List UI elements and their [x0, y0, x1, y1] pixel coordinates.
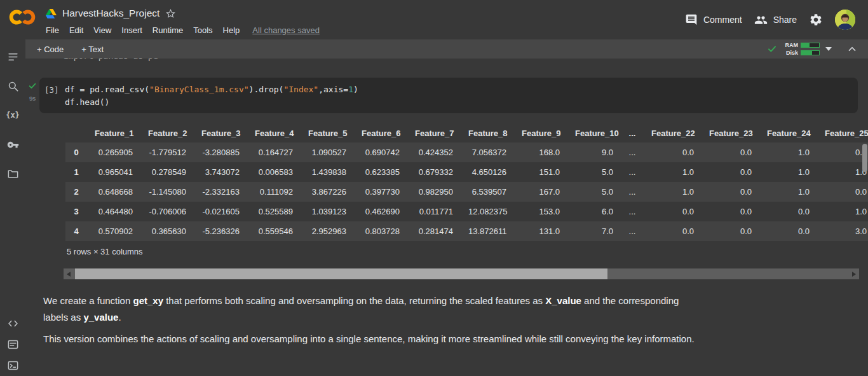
- markdown-cell: We create a function get_xy that perform…: [43, 293, 704, 347]
- disk-label: Disk: [783, 50, 798, 56]
- scroll-left-arrow[interactable]: [64, 268, 74, 279]
- table-cell: 1.0: [759, 143, 817, 162]
- collapse-header-button[interactable]: [846, 43, 858, 55]
- table-cell: ...: [621, 182, 644, 202]
- table-cell: 167.0: [514, 182, 567, 202]
- variables-icon[interactable]: {x}: [6, 109, 19, 122]
- column-header: Feature_2: [140, 123, 194, 143]
- notebook-scroll-area[interactable]: import pandas as pd 9s [3] df = pd.read_…: [25, 59, 868, 376]
- table-cell: 0.365630: [140, 221, 194, 241]
- horizontal-scrollbar[interactable]: [64, 268, 859, 279]
- column-header: ...: [621, 123, 644, 143]
- search-icon[interactable]: [6, 80, 19, 92]
- table-cell: 0.281474: [407, 221, 461, 241]
- table-cell: 1.0: [817, 162, 868, 182]
- column-header: Feature_5: [301, 123, 354, 143]
- command-palette-icon[interactable]: [6, 338, 19, 351]
- files-folder-icon[interactable]: [6, 167, 19, 180]
- code-line[interactable]: df.head(): [65, 96, 851, 109]
- menu-bar: FileEditViewInsertRuntimeToolsHelpAll ch…: [41, 22, 320, 38]
- column-header: Feature_6: [354, 123, 407, 143]
- column-header: Feature_25: [817, 123, 868, 143]
- table-cell: 0.0: [644, 143, 702, 162]
- chevron-up-icon: [846, 43, 858, 55]
- sidebar-bottom-group: [0, 317, 25, 376]
- table-row: 40.5709020.365630-5.2363260.5595462.9529…: [65, 221, 868, 241]
- table-cell: 13.872611: [461, 221, 514, 241]
- table-cell: 12.082375: [461, 202, 514, 221]
- table-cell: 0.0: [644, 202, 702, 221]
- connected-check-icon: [767, 44, 777, 54]
- table-cell: 0.559546: [247, 221, 301, 241]
- table-cell: -1.779512: [140, 143, 194, 162]
- code-line[interactable]: df = pd.read_csv("BinaryClass_1m.csv").d…: [65, 83, 851, 96]
- table-cell: 0.0: [817, 182, 868, 202]
- table-cell: 0.265905: [87, 143, 140, 162]
- people-icon: [754, 13, 768, 27]
- table-cell: 2.952963: [301, 221, 354, 241]
- row-index: 0: [65, 143, 87, 162]
- table-cell: 131.0: [514, 221, 567, 241]
- table-cell: 0.0: [702, 221, 759, 241]
- menu-help[interactable]: Help: [218, 24, 245, 37]
- table-cell: 5.0: [567, 182, 621, 202]
- code-editor[interactable]: df = pd.read_csv("BinaryClass_1m.csv").d…: [65, 83, 851, 109]
- table-cell: -1.145080: [140, 182, 194, 202]
- colab-logo[interactable]: [8, 8, 36, 26]
- table-cell: 1.090527: [301, 143, 354, 162]
- table-cell: 0.278549: [140, 162, 194, 182]
- table-cell: 0.679332: [407, 162, 461, 182]
- table-row: 30.464480-0.706006-0.0216050.5255891.039…: [65, 202, 868, 221]
- menu-runtime[interactable]: Runtime: [147, 24, 188, 37]
- cell-exec-count[interactable]: [3]: [44, 85, 59, 95]
- table-cell: 0.690742: [354, 143, 407, 162]
- add-text-button[interactable]: + Text: [81, 45, 104, 54]
- code-cell[interactable]: [3] df = pd.read_csv("BinaryClass_1m.csv…: [39, 78, 858, 113]
- table-cell: 0.982950: [407, 182, 461, 202]
- avatar[interactable]: [835, 10, 855, 30]
- table-cell: 7.0: [567, 221, 621, 241]
- connection-options-dropdown-icon[interactable]: [825, 47, 832, 51]
- autosave-status[interactable]: All changes saved: [252, 25, 320, 35]
- menu-view[interactable]: View: [88, 24, 116, 37]
- table-cell: 0.525589: [247, 202, 301, 221]
- share-button[interactable]: Share: [754, 13, 797, 27]
- table-cell: 6.539507: [461, 182, 514, 202]
- row-index: 4: [65, 221, 87, 241]
- table-cell: 0.111092: [247, 182, 301, 202]
- scroll-right-arrow[interactable]: [849, 268, 859, 279]
- notebook-title[interactable]: HarvestHacks_Project: [62, 8, 159, 19]
- table-cell: ...: [621, 202, 644, 221]
- sidebar-top-group: {x}: [0, 39, 25, 180]
- add-code-button[interactable]: + Code: [37, 45, 64, 54]
- menu-insert[interactable]: Insert: [116, 24, 147, 37]
- vertical-scrollbar-thumb[interactable]: [862, 144, 867, 172]
- table-cell: -5.236326: [194, 221, 247, 241]
- table-cell: 0.0: [644, 221, 702, 241]
- table-cell: 1.0: [644, 182, 702, 202]
- resources-indicator[interactable]: RAM Disk: [783, 42, 820, 56]
- table-of-contents-icon[interactable]: [6, 50, 19, 63]
- document-title-row: HarvestHacks_Project: [46, 6, 176, 21]
- column-header: Feature_22: [644, 123, 702, 143]
- comment-icon: [685, 13, 698, 26]
- terminal-icon[interactable]: [6, 359, 19, 372]
- cell-success-check-icon: [28, 81, 37, 90]
- table-cell: 0.803728: [354, 221, 407, 241]
- star-icon[interactable]: [165, 8, 176, 19]
- column-header: Feature_23: [702, 123, 759, 143]
- secrets-key-icon[interactable]: [6, 138, 19, 151]
- column-header: [65, 123, 87, 143]
- table-cell: 0.0: [817, 143, 868, 162]
- table-cell: 1.439838: [301, 162, 354, 182]
- menu-file[interactable]: File: [41, 24, 64, 37]
- table-cell: 3.0: [817, 221, 868, 241]
- menu-tools[interactable]: Tools: [188, 24, 217, 37]
- code-snippets-icon[interactable]: [6, 317, 19, 330]
- scrollbar-thumb[interactable]: [75, 268, 607, 279]
- comment-button[interactable]: Comment: [685, 13, 742, 26]
- drive-icon: [46, 9, 57, 18]
- settings-button[interactable]: [809, 13, 823, 27]
- table-cell: 9.0: [567, 143, 621, 162]
- menu-edit[interactable]: Edit: [64, 24, 88, 37]
